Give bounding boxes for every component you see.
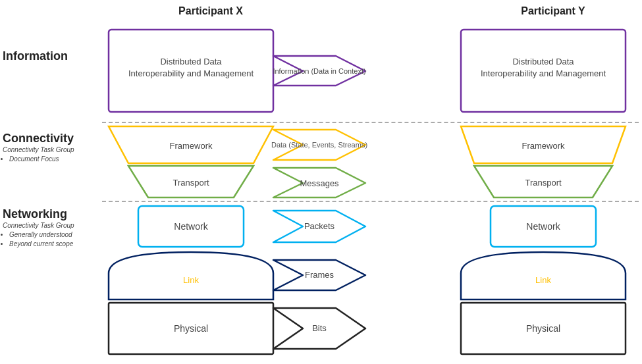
- diagram: Participant X Participant Y Information …: [0, 0, 642, 364]
- link-y-label: Link: [535, 275, 551, 285]
- physical-center-label: Bits: [312, 323, 327, 333]
- info-center-label: Information (Data in Context): [273, 67, 365, 75]
- link-center-label: Frames: [305, 270, 334, 280]
- transport-y-label: Transport: [525, 178, 562, 188]
- link-x-label: Link: [183, 275, 199, 285]
- physical-y-label: Physical: [526, 323, 560, 334]
- transport-center-label: Messages: [300, 178, 339, 188]
- info-text-x: Distributed Data: [160, 57, 222, 66]
- transport-x-label: Transport: [173, 178, 209, 188]
- network-center-label: Packets: [304, 221, 335, 231]
- framework-y-label: Framework: [522, 141, 565, 151]
- network-x-label: Network: [174, 221, 208, 232]
- info-text-y2: Interoperability and Management: [481, 68, 606, 78]
- main-svg: Distributed Data Interoperability and Ma…: [0, 0, 642, 364]
- info-text-x2: Interoperability and Management: [128, 68, 254, 78]
- framework-center-label: Data (State, Events, Streams): [271, 141, 367, 149]
- info-text-y: Distributed Data: [512, 57, 574, 66]
- framework-x-label: Framework: [169, 141, 213, 151]
- network-y-label: Network: [526, 221, 560, 232]
- physical-x-label: Physical: [174, 323, 208, 334]
